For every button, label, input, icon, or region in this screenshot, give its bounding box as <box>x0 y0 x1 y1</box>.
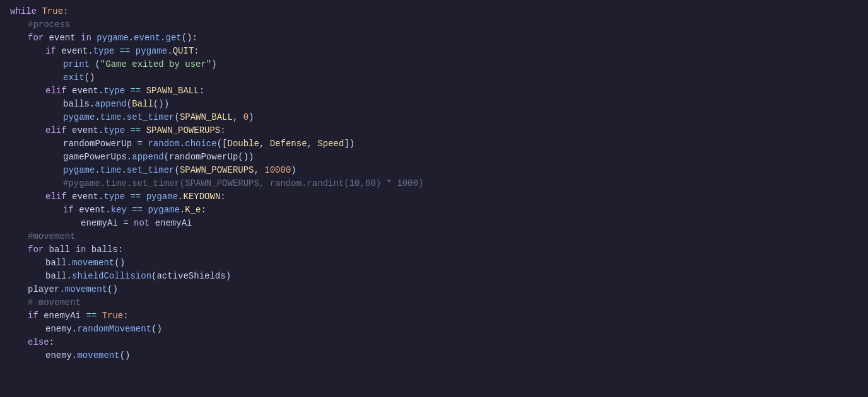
token-comment: # movement <box>28 296 81 309</box>
token-op: == <box>130 84 141 98</box>
token-attr: time <box>100 111 122 124</box>
token-punct: ( <box>127 98 132 111</box>
token-punct <box>125 124 130 137</box>
token-kw-in: in <box>76 243 86 256</box>
token-var: event. <box>56 45 93 58</box>
code-line: for event in pygame.event.get(): <box>0 32 868 45</box>
token-attr: pygame <box>136 45 167 58</box>
token-kw-elif: elif <box>45 124 67 137</box>
token-punct: () <box>107 283 118 296</box>
token-punct: . <box>67 256 72 270</box>
token-cls-name: Speed <box>317 137 344 151</box>
token-punct <box>125 190 130 204</box>
token-cls-name: SPAWN_POWERUPS <box>180 164 254 177</box>
code-line: #movement <box>0 230 868 243</box>
token-punct: . <box>72 349 77 362</box>
token-op: == <box>86 309 97 323</box>
token-comment: #pygame.time.set_timer(SPAWN_POWERUPS, r… <box>63 177 423 190</box>
token-method: print <box>63 58 90 71</box>
token-punct: ( <box>90 58 100 71</box>
token-method: append <box>132 151 163 164</box>
token-comment: #process <box>28 18 70 32</box>
token-kw-in: in <box>81 32 91 45</box>
token-punct: . <box>67 270 72 283</box>
token-var: event. <box>74 204 111 217</box>
token-cls-name: K_e <box>185 204 201 217</box>
token-punct: ()) <box>153 98 169 111</box>
token-var: balls <box>63 98 90 111</box>
token-attr: event <box>134 32 160 45</box>
token-punct: . <box>90 98 95 111</box>
token-kw-true: True <box>42 5 63 18</box>
code-line: gamePowerUps.append(randomPowerUp()) <box>0 151 868 164</box>
token-method: movement <box>65 283 107 296</box>
code-line: if event.key == pygame.K_e: <box>0 204 868 217</box>
token-method: get <box>166 32 182 45</box>
token-punct: . <box>129 32 134 45</box>
token-var: activeShields <box>156 270 225 283</box>
code-line: #pygame.time.set_timer(SPAWN_POWERUPS, r… <box>0 177 868 190</box>
token-var: enemyAi <box>81 217 118 230</box>
code-line: elif event.type == pygame.KEYDOWN: <box>0 190 868 204</box>
token-kw-if: if <box>28 309 38 323</box>
token-punct <box>114 45 119 58</box>
token-punct <box>141 84 146 98</box>
code-line: pygame.time.set_timer(SPAWN_POWERUPS, 10… <box>0 164 868 177</box>
token-punct <box>127 204 132 217</box>
token-attr: type <box>103 124 125 137</box>
token-var: enemy <box>45 323 72 336</box>
token-cls-name: SPAWN_BALL <box>146 84 199 98</box>
code-line: # movement <box>0 296 868 309</box>
token-punct: ) <box>211 58 216 71</box>
token-punct: . <box>95 164 100 177</box>
token-punct: ( <box>151 270 156 283</box>
token-var: event. <box>67 124 104 137</box>
token-punct: ( <box>174 164 179 177</box>
token-attr: type <box>103 190 125 204</box>
token-punct: ( <box>164 151 169 164</box>
token-kw-for: for <box>28 243 44 256</box>
code-line: exit() <box>0 71 868 84</box>
token-attr: pygame <box>97 32 128 45</box>
token-punct: . <box>59 283 64 296</box>
token-var: randomPowerUp <box>169 151 238 164</box>
token-kw-if: if <box>45 45 56 58</box>
token-op: == <box>130 124 141 137</box>
code-editor: while True:#processfor event in pygame.e… <box>0 0 868 367</box>
token-method: set_timer <box>127 164 175 177</box>
token-method: exit <box>63 71 85 84</box>
token-punct: ]) <box>344 137 355 151</box>
token-punct: : <box>123 309 128 323</box>
token-cls-name: SPAWN_BALL <box>180 111 233 124</box>
token-punct <box>143 204 148 217</box>
token-attr: pygame <box>63 111 95 124</box>
token-punct: . <box>178 190 183 204</box>
token-punct <box>91 32 97 45</box>
token-var: balls: <box>86 243 123 256</box>
token-str: "Game exited by user" <box>100 58 211 71</box>
token-method: movement <box>72 256 114 270</box>
token-var: ball <box>45 256 67 270</box>
token-var: enemyAi <box>38 309 86 323</box>
token-var: randomPowerUp <box>63 137 132 151</box>
token-cls-name: KEYDOWN <box>183 190 220 204</box>
token-kw-not: not <box>134 217 150 230</box>
token-punct: ) <box>291 164 296 177</box>
token-var: gamePowerUps <box>63 151 127 164</box>
token-punct <box>97 309 102 323</box>
token-punct <box>141 124 146 137</box>
token-cls-name: Defense <box>270 137 307 151</box>
token-punct: . <box>121 111 126 124</box>
code-line: ball.shieldCollision(activeShields) <box>0 270 868 283</box>
token-comment: #movement <box>28 230 76 243</box>
token-op: == <box>130 190 141 204</box>
token-punct <box>125 84 130 98</box>
token-attr: type <box>93 45 115 58</box>
code-line: elif event.type == SPAWN_BALL: <box>0 84 868 98</box>
token-method: append <box>95 98 126 111</box>
code-line: enemy.movement() <box>0 349 868 362</box>
code-line: while True: <box>0 5 868 18</box>
token-method: shieldCollision <box>72 270 151 283</box>
code-line: print ("Game exited by user") <box>0 58 868 71</box>
token-var: event. <box>67 190 104 204</box>
